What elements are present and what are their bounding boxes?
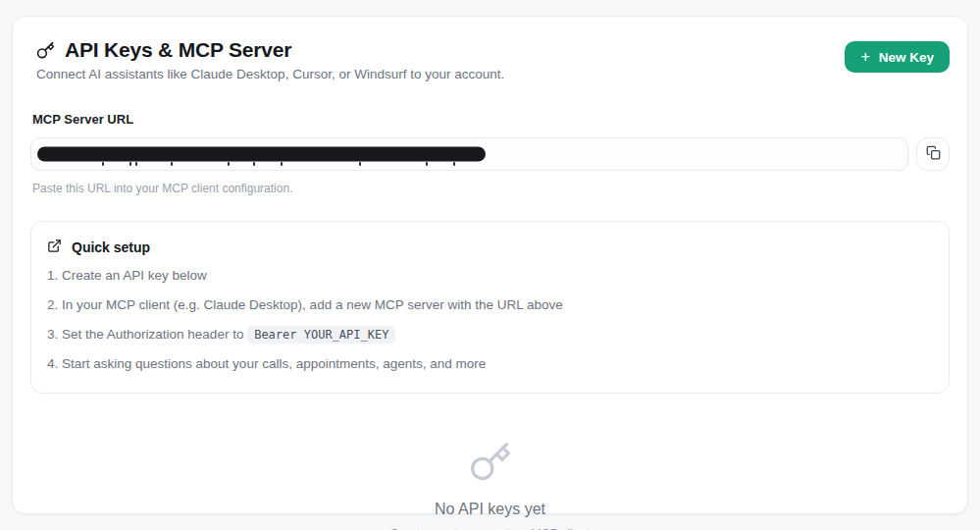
copy-url-button[interactable]	[916, 137, 950, 171]
header-text-block: API Keys & MCP Server Connect AI assista…	[36, 38, 504, 81]
key-icon	[36, 41, 55, 60]
mcp-url-helper: Paste this URL into your MCP client conf…	[30, 182, 950, 195]
quick-setup-step: 1. Create an API key below	[47, 267, 933, 286]
quick-setup-step: 4. Start asking questions about your cal…	[47, 355, 933, 374]
page-subtitle: Connect AI assistants like Claude Deskto…	[36, 67, 504, 81]
external-link-icon	[47, 238, 62, 256]
mcp-url-row	[30, 137, 950, 171]
quick-setup-step: 2. In your MCP client (e.g. Claude Deskt…	[47, 296, 933, 315]
mcp-url-label: MCP Server URL	[30, 112, 950, 127]
empty-state-subtitle: Create one to connect an MCP client	[30, 527, 950, 530]
key-icon-large	[469, 470, 512, 487]
empty-state-title: No API keys yet	[30, 501, 950, 518]
card-header: API Keys & MCP Server Connect AI assista…	[30, 38, 950, 81]
quick-setup-box: Quick setup 1. Create an API key below2.…	[30, 221, 950, 394]
quick-setup-step: 3. Set the Authorization header to Beare…	[47, 326, 933, 344]
plus-icon: +	[860, 49, 869, 65]
new-key-button-label: New Key	[879, 50, 934, 65]
page-title: API Keys & MCP Server	[65, 38, 291, 62]
quick-setup-steps: 1. Create an API key below2. In your MCP…	[47, 267, 933, 374]
api-keys-card: API Keys & MCP Server Connect AI assista…	[12, 16, 968, 514]
mcp-server-url-input[interactable]	[30, 137, 908, 171]
api-keys-empty-state: No API keys yet Create one to connect an…	[30, 441, 950, 530]
copy-icon	[926, 145, 941, 163]
new-key-button[interactable]: + New Key	[845, 41, 950, 73]
quick-setup-title: Quick setup	[72, 239, 150, 255]
code-chunk: Bearer YOUR_API_KEY	[247, 326, 395, 344]
redacted-url-value	[37, 147, 486, 162]
